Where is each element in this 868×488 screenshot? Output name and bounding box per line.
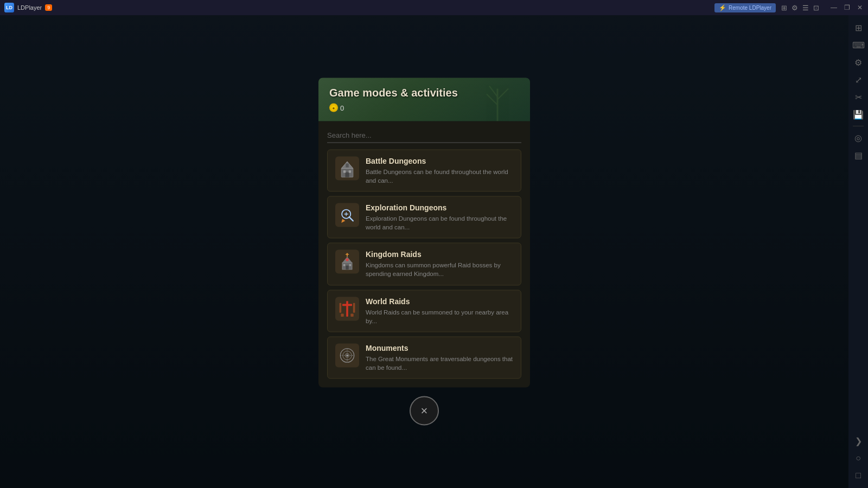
world-raids-text: World Raids World Raids can be summoned … (366, 297, 513, 325)
monuments-desc: The Great Monuments are traversable dung… (366, 354, 513, 371)
sidebar-circle-icon[interactable]: ○ (850, 450, 866, 466)
world-raids-title: World Raids (366, 297, 513, 305)
svg-rect-9 (349, 170, 352, 173)
svg-rect-18 (346, 266, 348, 269)
list-item[interactable]: Kingdom Raids Kingdoms can summon powerf… (327, 243, 521, 285)
svg-rect-7 (346, 164, 348, 168)
kingdom-raids-title: Kingdom Raids (366, 250, 513, 259)
coin-icon: ● (329, 104, 338, 112)
game-area: Game modes & activities ● 0 (0, 15, 848, 488)
svg-rect-19 (343, 264, 346, 266)
sidebar-bottom: ❯ ○ □ (850, 433, 866, 484)
svg-rect-27 (340, 303, 342, 312)
world-raids-icon (335, 297, 359, 320)
exploration-dungeons-title: Exploration Dungeons (366, 203, 513, 212)
exploration-dungeons-desc: Exploration Dungeons can be found throug… (366, 214, 513, 232)
exploration-dungeons-icon (335, 203, 359, 227)
kingdom-raids-icon (335, 250, 359, 274)
svg-marker-22 (345, 253, 349, 255)
minimize-button[interactable]: — (828, 3, 840, 12)
sidebar-arrow-icon[interactable]: ❯ (850, 433, 866, 449)
topbar-icon-2[interactable]: ⚙ (792, 4, 798, 12)
world-raids-desc: World Raids can be summoned to your near… (366, 307, 513, 325)
svg-marker-14 (341, 219, 345, 223)
top-bar-icons: ⊞ ⚙ ☰ ⊡ (778, 4, 822, 12)
top-bar-right: ⚡ Remote LDPlayer ⊞ ⚙ ☰ ⊡ — ❐ ✕ (714, 3, 868, 12)
exploration-dungeons-text: Exploration Dungeons Exploration Dungeon… (366, 203, 513, 232)
svg-point-17 (346, 259, 348, 261)
list-item[interactable]: Battle Dungeons Battle Dungeons can be f… (327, 150, 521, 192)
monuments-text: Monuments The Great Monuments are traver… (366, 343, 513, 371)
topbar-icon-4[interactable]: ⊡ (813, 4, 819, 12)
modal-header: Game modes & activities ● 0 (318, 78, 530, 121)
top-bar: LD LDPlayer 9 ⚡ Remote LDPlayer ⊞ ⚙ ☰ ⊡ … (0, 0, 868, 15)
sidebar-save-icon[interactable]: 💾 (850, 106, 866, 123)
sidebar-square-icon[interactable]: □ (850, 467, 866, 484)
close-button[interactable]: ✕ (854, 3, 866, 12)
svg-rect-5 (345, 172, 349, 177)
modal-body: Battle Dungeons Battle Dungeons can be f… (318, 121, 530, 388)
remote-icon: ⚡ (719, 4, 726, 11)
list-item[interactable]: Exploration Dungeons Exploration Dungeon… (327, 196, 521, 239)
modal-title: Game modes & activities (318, 78, 530, 104)
kingdom-raids-text: Kingdom Raids Kingdoms can summon powerf… (366, 250, 513, 278)
battle-dungeons-desc: Battle Dungeons can be found throughout … (366, 168, 513, 185)
sidebar-folder-icon[interactable]: ▤ (850, 147, 866, 163)
restore-button[interactable]: ❐ (841, 3, 853, 12)
battle-dungeons-title: Battle Dungeons (366, 157, 513, 165)
list-item[interactable]: World Raids World Raids can be summoned … (327, 290, 521, 332)
sidebar-settings-icon[interactable]: ⚙ (850, 54, 866, 70)
svg-rect-25 (341, 313, 343, 316)
ldplayer-title: LDPlayer (17, 4, 42, 11)
version-badge: 9 (45, 4, 52, 11)
monuments-title: Monuments (366, 343, 513, 352)
window-controls: — ❐ ✕ (828, 3, 866, 12)
sidebar-cut-icon[interactable]: ✂ (850, 89, 866, 105)
modal-panel: Game modes & activities ● 0 (318, 78, 530, 426)
sidebar-fullscreen-icon[interactable]: ⤢ (850, 72, 866, 88)
battle-dungeons-text: Battle Dungeons Battle Dungeons can be f… (366, 157, 513, 185)
topbar-icon-1[interactable]: ⊞ (781, 4, 787, 12)
svg-rect-26 (350, 313, 353, 316)
right-sidebar: ⊞ ⌨ ⚙ ⤢ ✂ 💾 ◎ ▤ ❯ ○ □ (848, 15, 868, 488)
svg-rect-24 (342, 304, 352, 306)
monuments-icon (335, 343, 359, 367)
sidebar-divider (853, 126, 864, 126)
search-input[interactable] (327, 128, 521, 143)
kingdom-raids-desc: Kingdoms can summon powerful Raid bosses… (366, 261, 513, 278)
topbar-icon-3[interactable]: ☰ (802, 4, 809, 12)
sidebar-location-icon[interactable]: ◎ (850, 130, 866, 146)
svg-rect-23 (346, 301, 348, 317)
svg-line-11 (349, 217, 353, 221)
battle-dungeons-icon (335, 157, 359, 181)
modal-sub-row: ● 0 (318, 104, 530, 112)
coin-value: 0 (340, 104, 344, 112)
ldplayer-logo: LD (4, 3, 14, 12)
list-item[interactable]: Monuments The Great Monuments are traver… (327, 336, 521, 378)
items-list: Battle Dungeons Battle Dungeons can be f… (327, 150, 521, 379)
sidebar-screenshot-icon[interactable]: ⊞ (850, 20, 866, 36)
svg-rect-28 (353, 303, 355, 312)
remote-ldplayer-button[interactable]: ⚡ Remote LDPlayer (714, 3, 776, 12)
svg-rect-20 (349, 264, 352, 266)
sidebar-keyboard-icon[interactable]: ⌨ (850, 37, 866, 53)
top-bar-left: LD LDPlayer 9 (0, 3, 52, 12)
close-modal-button[interactable]: × (410, 396, 439, 425)
svg-rect-8 (343, 170, 346, 173)
